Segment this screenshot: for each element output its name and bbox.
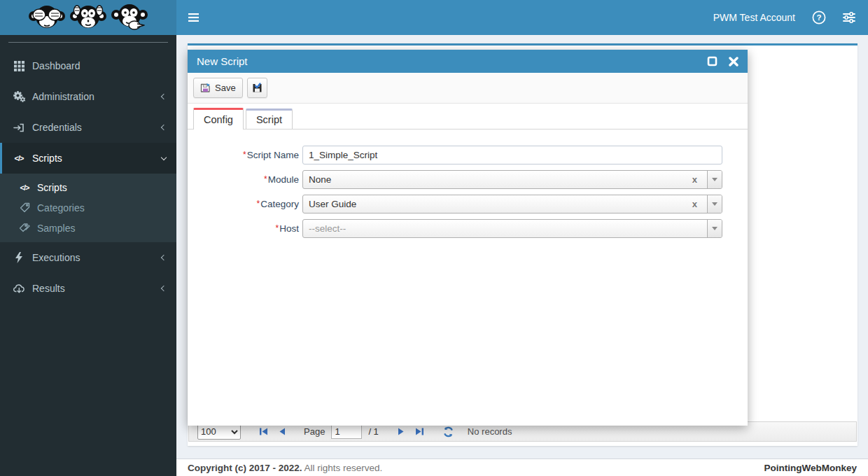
dropdown-arrow-icon [712, 178, 718, 181]
page-label: Page [304, 426, 325, 437]
sidebar-item-credentials[interactable]: Credentials [0, 112, 176, 143]
account-name[interactable]: PWM Test Account [713, 12, 795, 23]
modal-tabs: Config Script [188, 108, 748, 130]
next-page-button[interactable] [396, 426, 407, 438]
code-icon: </> [17, 183, 32, 192]
tab-label: Config [204, 114, 233, 125]
next-page-icon [397, 426, 406, 437]
category-label: *Category [188, 199, 299, 209]
required-marker: * [276, 223, 279, 233]
submenu-item-label: Categories [37, 202, 85, 214]
submenu-item-label: Scripts [37, 182, 67, 193]
copyright-rest: All rights reserved. [302, 463, 383, 473]
dropdown-button[interactable] [707, 195, 722, 213]
host-combobox[interactable]: --select-- [302, 219, 722, 238]
chevron-down-icon [161, 154, 167, 160]
page-total: / 1 [368, 426, 378, 437]
dropdown-arrow-icon [712, 202, 718, 206]
submenu-item-label: Samples [37, 223, 75, 234]
gears-icon [10, 91, 27, 102]
clear-icon[interactable]: x [688, 199, 701, 209]
sidebar-item-executions[interactable]: Executions [0, 242, 176, 273]
maximize-icon [707, 56, 718, 66]
category-value: User Guide [309, 199, 356, 209]
sidebar-item-label: Results [32, 283, 65, 294]
copyright-text: Copyright (c) 2017 - 2022. All rights re… [188, 463, 382, 473]
dropdown-arrow-icon [712, 227, 718, 230]
save-button-label: Save [215, 83, 236, 93]
dropdown-button[interactable] [707, 220, 722, 237]
close-icon [729, 57, 738, 66]
tag-icon [17, 202, 32, 213]
module-combobox[interactable]: None x [302, 170, 722, 189]
hear-no-evil-monkey-icon [68, 4, 108, 31]
modal-title: New Script [197, 55, 248, 67]
prev-page-button[interactable] [276, 426, 288, 438]
tab-label: Script [256, 114, 282, 125]
submenu-item-categories[interactable]: Categories [0, 197, 176, 218]
module-label: *Module [188, 174, 299, 185]
app-logo[interactable] [0, 0, 176, 35]
required-marker: * [243, 150, 246, 160]
scripts-submenu: </> Scripts Categories [0, 174, 176, 242]
close-button[interactable] [729, 57, 738, 66]
first-page-icon [258, 426, 269, 437]
tab-script[interactable]: Script [246, 108, 293, 129]
chevron-left-icon [161, 255, 167, 260]
required-marker: * [264, 174, 267, 184]
sidebar-nav: Dashboard [0, 50, 176, 304]
settings-button[interactable] [843, 12, 855, 23]
code-icon: </> [10, 154, 27, 162]
config-form: *Script Name *Module None x *Category Us… [188, 130, 748, 238]
help-button[interactable]: ? [812, 10, 826, 24]
sidebar-item-dashboard[interactable]: Dashboard [0, 50, 176, 81]
last-page-icon [414, 426, 425, 437]
hamburger-icon [188, 13, 199, 22]
form-row-category: *Category User Guide x [188, 195, 748, 214]
script-name-input[interactable] [302, 146, 722, 164]
refresh-icon [442, 426, 454, 438]
host-placeholder: --select-- [303, 220, 707, 237]
maximize-button[interactable] [707, 56, 718, 66]
module-value: None [309, 174, 331, 185]
new-script-modal: New Script Save [188, 50, 748, 426]
tab-config[interactable]: Config [193, 108, 244, 130]
modal-header[interactable]: New Script [188, 50, 748, 73]
bolt-icon [10, 252, 27, 263]
sidebar-item-administration[interactable]: Administration [0, 81, 176, 112]
copyright-strong: Copyright (c) 2017 - 2022. [188, 463, 302, 473]
save-check-icon [252, 83, 262, 93]
sidebar-item-label: Credentials [32, 122, 82, 133]
svg-text:?: ? [816, 13, 821, 22]
sidebar-toggle-button[interactable] [176, 0, 211, 35]
sidebar-item-results[interactable]: Results [0, 273, 176, 304]
sign-in-icon [10, 122, 27, 133]
pointing-monkey-icon [109, 4, 150, 31]
page-number-input[interactable] [331, 425, 362, 439]
last-page-button[interactable] [414, 426, 426, 438]
sidebar: Dashboard [0, 0, 176, 476]
category-combobox[interactable]: User Guide x [302, 195, 722, 214]
tags-icon [17, 223, 32, 233]
see-no-evil-monkey-icon [27, 4, 67, 31]
form-row-host: *Host --select-- [188, 219, 748, 238]
save-button[interactable]: Save [193, 78, 243, 98]
required-marker: * [257, 199, 260, 209]
sidebar-item-scripts[interactable]: </> Scripts [0, 143, 176, 174]
page-size-select[interactable]: 100 [197, 424, 241, 440]
submenu-item-scripts[interactable]: </> Scripts [0, 177, 176, 197]
first-page-button[interactable] [258, 426, 270, 438]
form-row-script-name: *Script Name [188, 146, 748, 164]
refresh-button[interactable] [442, 426, 454, 438]
sidebar-divider [8, 42, 168, 43]
help-circle-icon: ? [812, 10, 826, 24]
submenu-item-samples[interactable]: Samples [0, 218, 176, 238]
save-close-button[interactable] [247, 78, 267, 98]
sidebar-item-label: Scripts [32, 153, 62, 164]
dropdown-button[interactable] [707, 171, 722, 188]
grid-icon [10, 61, 27, 71]
clear-icon[interactable]: x [688, 174, 701, 185]
chevron-left-icon [161, 94, 167, 99]
page-footer: Copyright (c) 2017 - 2022. All rights re… [176, 458, 868, 476]
cloud-download-icon [10, 284, 27, 294]
